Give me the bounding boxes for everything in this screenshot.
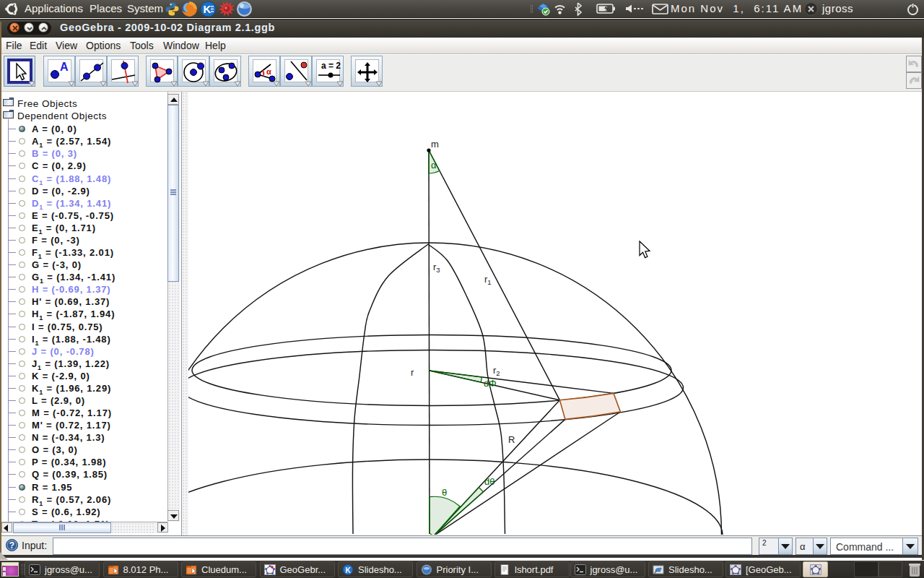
svg-text:r1: r1: [484, 274, 492, 286]
svg-text:A: A: [60, 61, 69, 73]
svg-text:K: K: [346, 566, 352, 574]
svg-text:r3: r3: [433, 262, 440, 274]
svg-text:θ: θ: [442, 487, 447, 498]
svg-text:α: α: [431, 160, 437, 171]
svg-text:dΦ: dΦ: [484, 378, 497, 389]
svg-text:R: R: [508, 434, 515, 445]
svg-text:K: K: [204, 3, 212, 15]
svg-text:dθ: dθ: [484, 476, 494, 487]
svg-text:r: r: [411, 367, 414, 378]
svg-text:a = 2: a = 2: [321, 61, 341, 71]
svg-text:α: α: [266, 67, 271, 76]
svg-text:r2: r2: [493, 365, 500, 377]
svg-text:m: m: [431, 139, 439, 150]
